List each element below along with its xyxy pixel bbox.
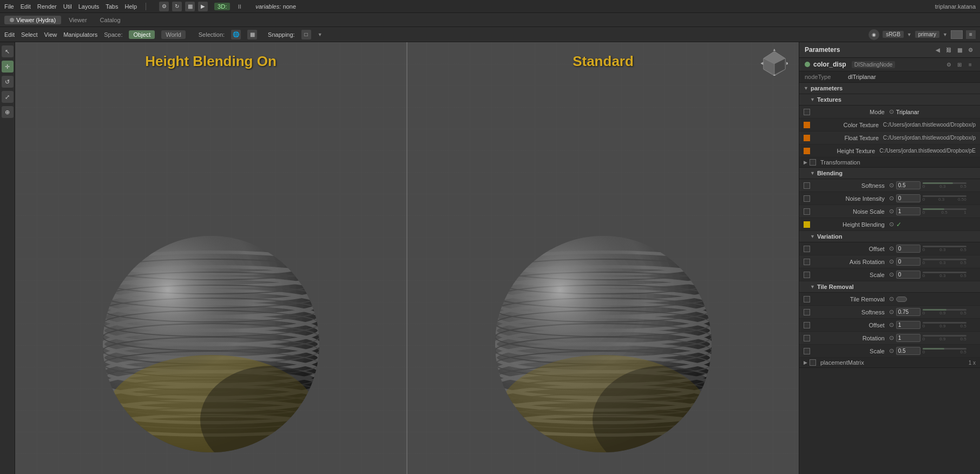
scene-icon[interactable]: ◉ [869,29,879,40]
tab-viewer[interactable]: Viewer [63,16,92,24]
tile-scale-input[interactable]: 0.5 [896,347,920,355]
menu-layouts[interactable]: Layouts [78,3,100,10]
noise-intensity-slider[interactable]: 0 0.3 0.50 [923,195,966,202]
mode-checkbox[interactable] [804,109,810,115]
rotation-checkbox[interactable] [804,335,810,341]
snap-icon[interactable]: □ [301,30,311,40]
primary-button[interactable]: primary [915,31,939,38]
noise-scale-checkbox[interactable] [804,208,810,215]
menu-render[interactable]: Render [37,3,57,10]
transform-tool[interactable]: ⊕ [2,106,14,118]
noise-intensity-input[interactable]: 0 [896,194,920,202]
softness-checkbox[interactable] [804,182,810,189]
view-menu[interactable]: View [44,31,57,38]
variation-section-header[interactable]: ▼ Variation [799,231,980,242]
viewport-type-icon[interactable] [951,30,963,39]
srgb-button[interactable]: sRGB [883,31,904,38]
tab-viewer-hydra[interactable]: Viewer (Hydra) [4,16,61,24]
tile-scale-track [923,348,966,350]
offset-input[interactable]: 0 [896,245,920,253]
params-panel: Parameters ◀ ⛓ ▦ ⚙ color_disp DIShadingN… [799,42,980,474]
nav-cube[interactable]: ▲ ▼ ◀ ▶ [761,49,788,76]
height-blending-checkmark[interactable]: ✓ [896,221,902,228]
axis-rotation-slider[interactable]: 0 0.3 0.5 [923,259,966,265]
settings-icon[interactable]: ⚙ [159,2,169,11]
transformation-row[interactable]: ▶ Transformation [799,157,980,168]
settings-icon2[interactable]: ≡ [966,30,976,39]
axis-rotation-checkbox[interactable] [804,259,810,265]
softness-slider[interactable]: 0 0.3 0.5 [923,182,966,189]
tile-offset-checkbox[interactable] [804,322,810,328]
edit-menu[interactable]: Edit [4,31,15,38]
save-icon[interactable]: ▦ [185,2,195,11]
arrow-left-icon[interactable]: ◀ [933,45,942,54]
select-tool[interactable]: ↖ [2,45,14,57]
rotation-input[interactable]: 1 [896,334,920,342]
variation-scale-slider[interactable]: 0 0.3 0.5 [923,272,966,278]
object-mode-button[interactable]: Object [129,30,155,39]
grid-icon[interactable]: ▦ [955,45,964,54]
offset-checkbox[interactable] [804,246,810,252]
move-tool[interactable]: ✛ [2,61,14,73]
node-menu-icon[interactable]: ≡ [966,60,975,69]
viewport-left[interactable]: Height Blending On [15,42,407,474]
height-texture-path[interactable]: C:/Users/jordan.thistlewood/Dropbox/pE [879,148,976,154]
viewport-right[interactable]: Standard ▲ ▼ ◀ ▶ [407,42,799,474]
textures-section-header[interactable]: ▼ Textures [799,94,980,106]
variation-scale-input[interactable]: 0 [896,271,920,279]
tile-scale-checkbox[interactable] [804,348,810,354]
scale-tool[interactable]: ⤢ [2,91,14,103]
menu-file[interactable]: File [4,3,14,10]
tile-removal-toggle-checkbox[interactable] [804,296,810,302]
parameters-section-header[interactable]: ▼ parameters [799,83,980,94]
menu-tabs[interactable]: Tabs [106,3,118,10]
blending-section-header[interactable]: ▼ Blending [799,168,980,179]
menu-util[interactable]: Util [63,3,72,10]
node-chain-icon[interactable]: ⊞ [955,60,964,69]
node-name: color_disp [813,61,846,68]
placement-checkbox[interactable] [810,359,816,366]
tile-offset-slider[interactable]: 0 0.9 0.5 [923,322,966,328]
tile-removal-section-header[interactable]: ▼ Tile Removal [799,281,980,293]
height-blending-checkbox[interactable] [804,221,810,228]
menu-edit[interactable]: Edit [21,3,31,10]
world-mode-button[interactable]: World [161,30,186,39]
axis-rotation-input[interactable]: 0 [896,258,920,266]
mode-3d[interactable]: 3D: [214,3,230,10]
height-texture-checkbox[interactable] [804,148,810,154]
chain-icon[interactable]: ⛓ [944,45,953,54]
float-texture-path[interactable]: C:/Users/jordan.thistlewood/Dropbox/p [883,135,976,141]
tile-softness-slider[interactable]: 0 0.9 0.5 [923,309,966,315]
placement-matrix-row[interactable]: ▶ placementMatrix 1 x [799,358,980,368]
float-texture-checkbox[interactable] [804,135,810,141]
play-icon[interactable]: ▶ [198,2,208,11]
transformation-checkbox[interactable] [810,159,816,166]
menu-help[interactable]: Help [124,3,137,10]
noise-intensity-slider-container: 0 0 0.3 0.50 [896,194,966,202]
tab-catalog[interactable]: Catalog [95,16,126,24]
selection-grid-icon[interactable]: ▦ [247,30,257,40]
tile-softness-input[interactable]: 0.75 [896,308,920,316]
tile-removal-toggle[interactable] [896,297,907,302]
node-settings-icon[interactable]: ⚙ [944,60,953,69]
noise-scale-slider[interactable]: 0 0.5 1 [923,208,966,215]
noise-scale-input[interactable]: 1 [896,207,920,215]
variation-scale-checkbox[interactable] [804,272,810,278]
snap-arrow-icon[interactable]: ▼ [318,32,323,37]
color-texture-path[interactable]: C:/Users/jordan.thistlewood/Dropbox/p [883,122,976,128]
offset-slider[interactable]: 0 0.3 0.5 [923,246,966,252]
refresh-icon[interactable]: ↻ [172,2,182,11]
noise-intensity-checkbox[interactable] [804,195,810,202]
selection-globe-icon[interactable]: 🌐 [231,30,241,40]
tile-softness-checkbox[interactable] [804,309,810,315]
tile-offset-input[interactable]: 1 [896,321,920,329]
mode-value[interactable]: Triplanar [896,109,919,115]
softness-input[interactable]: 0.5 [896,181,920,189]
color-texture-checkbox[interactable] [804,122,810,128]
rotation-slider[interactable]: 0 0.9 0.5 [923,335,966,341]
gear-icon[interactable]: ⚙ [966,45,975,54]
select-menu[interactable]: Select [21,31,38,38]
tile-scale-slider[interactable]: 0 0.5 [923,348,966,354]
rotate-tool[interactable]: ↺ [2,76,14,88]
manipulators-menu[interactable]: Manipulators [63,31,97,38]
